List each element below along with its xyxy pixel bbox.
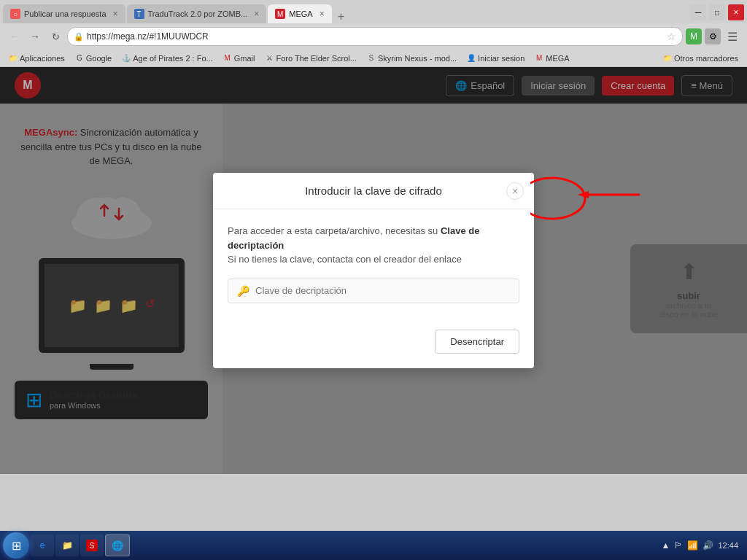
modal-title: Introducir la clave de cifrado	[305, 184, 442, 197]
taskbar-favicon-chrome: 🌐	[112, 540, 123, 551]
tab-favicon-2: T	[134, 9, 144, 19]
taskbar-item-s[interactable]: S	[80, 534, 104, 556]
taskbar-item-explorer[interactable]: 📁	[55, 534, 79, 556]
taskbar-favicon-s: S	[86, 540, 98, 551]
bookmark-label-aplicaciones: Aplicaciones	[20, 54, 65, 63]
address-input[interactable]	[87, 31, 664, 42]
bookmark-gmail[interactable]: M Gmail	[220, 53, 258, 63]
svg-point-4	[530, 178, 585, 219]
decrypt-label: Desencriptar	[450, 336, 504, 347]
taskbar-item-chrome[interactable]: 🌐	[105, 534, 130, 556]
bookmarks-bar: 📁 Aplicaciones G Google ⚓ Age of Pirates…	[0, 50, 747, 67]
bookmark-favicon-google: G	[75, 54, 84, 63]
tray-network-icon: 📶	[687, 540, 698, 551]
close-icon: ×	[512, 185, 518, 197]
minimize-button[interactable]: ─	[690, 4, 706, 20]
key-input[interactable]	[255, 285, 510, 296]
bookmark-skyrim[interactable]: S Skyrim Nexus - mod...	[364, 53, 460, 63]
decrypt-button[interactable]: Desencriptar	[435, 330, 519, 354]
windows-start-icon: ⊞	[12, 539, 21, 553]
bookmark-google[interactable]: G Google	[72, 53, 115, 63]
bookmark-favicon-elder: ⚔	[265, 54, 274, 63]
bookmark-label-iniciar: Iniciar sesion	[478, 54, 525, 63]
system-tray: ▲ 🏳 📶 🔊 12:44	[656, 540, 744, 551]
browser-window: ○ Publicar una respuesta × T TraduTrack …	[0, 0, 747, 560]
bookmark-mega[interactable]: M MEGA	[532, 53, 572, 63]
bookmark-label-google: Google	[86, 54, 112, 63]
taskbar: ⊞ e 📁 S 🌐 ▲ 🏳 📶 🔊 12:44	[0, 531, 747, 560]
bookmark-label-aop: Age of Pirates 2 : Fo...	[133, 54, 212, 63]
modal-close-button[interactable]: ×	[506, 182, 524, 200]
extension-icon-2[interactable]: ⚙	[705, 28, 721, 44]
tab-close-3[interactable]: ×	[320, 9, 325, 19]
modal-header: Introducir la clave de cifrado ×	[213, 173, 534, 209]
modal-footer: Desencriptar	[213, 330, 534, 368]
key-input-container: 🔑	[228, 279, 519, 303]
maximize-button[interactable]: □	[709, 4, 725, 20]
svg-marker-6	[578, 191, 589, 198]
bookmark-others-button[interactable]: 📁 Otros marcadores	[660, 53, 741, 63]
annotation-arrow-svg	[530, 169, 676, 228]
modal-overlay: Introducir la clave de cifrado × Para ac…	[0, 67, 747, 474]
tab-close-1[interactable]: ×	[113, 9, 118, 19]
tab-favicon-3: M	[275, 9, 285, 19]
modal-body: Para acceder a esta carpeta/archivo, nec…	[213, 209, 534, 330]
bookmark-label-skyrim: Skyrim Nexus - mod...	[378, 54, 457, 63]
tab-favicon-1: ○	[10, 9, 20, 19]
browser-toolbar: ← → ↻ 🔒 ☆ M ⚙ ☰	[0, 23, 747, 50]
bookmark-favicon-aop: ⚓	[122, 54, 131, 63]
tab-label-1: Publicar una respuesta	[24, 9, 107, 18]
key-icon: 🔑	[237, 285, 249, 297]
modal-description: Para acceder a esta carpeta/archivo, nec…	[228, 224, 519, 267]
tray-volume-icon: 🔊	[703, 540, 713, 551]
taskbar-item-ie[interactable]: e	[31, 534, 54, 556]
bookmark-favicon-gmail: M	[223, 54, 232, 63]
start-button[interactable]: ⊞	[3, 532, 29, 559]
close-window-button[interactable]: ×	[728, 4, 744, 20]
tab-mega[interactable]: M MEGA ×	[268, 4, 331, 23]
bookmark-label-elder: Foro The Elder Scrol...	[276, 54, 356, 63]
back-button[interactable]: ←	[6, 28, 23, 45]
bookmark-foro-elder[interactable]: ⚔ Foro The Elder Scrol...	[262, 53, 359, 63]
bookmark-iniciar[interactable]: 👤 Iniciar sesion	[464, 53, 527, 63]
others-folder-icon: 📁	[663, 54, 672, 63]
system-time: 12:44	[718, 540, 738, 551]
bookmark-favicon-mega: M	[535, 54, 543, 63]
bookmark-star-icon[interactable]: ☆	[667, 31, 676, 42]
tab-close-2[interactable]: ×	[254, 9, 259, 19]
extension-icons: M ⚙	[686, 28, 721, 44]
forward-button[interactable]: →	[26, 28, 44, 45]
tab-label-3: MEGA	[289, 9, 312, 18]
bookmark-favicon-skyrim: S	[367, 54, 376, 63]
bookmark-others-label: Otros marcadores	[674, 54, 738, 63]
modal-desc-part1: Para acceder a esta carpeta/archivo, nec…	[228, 225, 441, 236]
bookmark-label-mega: MEGA	[546, 54, 569, 63]
tab-label-2: TraduTrack 2.0 por ZOMB...	[148, 9, 248, 18]
bookmark-favicon-iniciar: 👤	[467, 54, 476, 63]
ssl-icon: 🔒	[74, 32, 84, 42]
tab-bar: ○ Publicar una respuesta × T TraduTrack …	[0, 0, 747, 23]
tab-tradutrack[interactable]: T TraduTrack 2.0 por ZOMB... ×	[127, 4, 267, 23]
refresh-button[interactable]: ↻	[47, 28, 64, 45]
bookmark-folder-icon: 📁	[9, 54, 18, 63]
modal-desc-part2: Si no tienes la clave, contacta con el c…	[228, 254, 462, 265]
address-bar-container: 🔒 ☆	[67, 27, 683, 46]
new-tab-button[interactable]: +	[333, 10, 349, 23]
bookmark-label-gmail: Gmail	[234, 54, 255, 63]
bookmark-age-of-pirates[interactable]: ⚓ Age of Pirates 2 : Fo...	[119, 53, 215, 63]
decrypt-modal: Introducir la clave de cifrado × Para ac…	[213, 173, 534, 368]
tray-time-display: 12:44	[718, 540, 738, 551]
browser-menu-button[interactable]: ☰	[724, 28, 741, 45]
bookmark-aplicaciones[interactable]: 📁 Aplicaciones	[6, 53, 68, 63]
extension-icon-1[interactable]: M	[686, 28, 702, 44]
tray-flag-icon: 🏳	[674, 540, 683, 551]
tray-arrow-icon[interactable]: ▲	[662, 540, 670, 551]
taskbar-favicon-ie: e	[36, 540, 48, 551]
page-content: M 🌐 Español Iniciar sesión Crear cuenta …	[0, 67, 747, 474]
tab-publicar[interactable]: ○ Publicar una respuesta ×	[3, 4, 125, 23]
taskbar-favicon-explorer: 📁	[61, 540, 73, 551]
